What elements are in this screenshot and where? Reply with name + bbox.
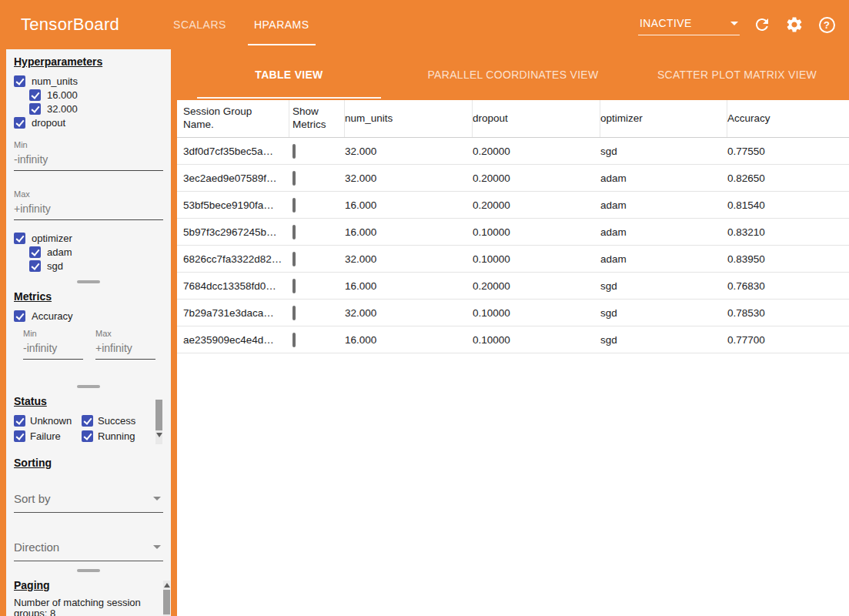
status-running-checkbox[interactable] <box>82 430 93 442</box>
num-units-checkbox[interactable] <box>14 75 25 87</box>
show-metrics-cell <box>289 199 345 211</box>
top-toolbar: TensorBoard SCALARS HPARAMS INACTIVE ? <box>0 0 849 49</box>
table-row: 53bf5bece9190fa… 16.000 0.20000 adam 0.8… <box>177 192 849 219</box>
show-metrics-cell <box>289 334 345 346</box>
num-units-value: 16.000 <box>345 334 473 346</box>
scroll-up-icon[interactable] <box>164 583 170 588</box>
num-units-label: num_units <box>32 75 78 87</box>
show-metrics-checkbox[interactable] <box>292 198 296 213</box>
accuracy-value: 0.78530 <box>727 307 849 319</box>
refresh-button[interactable] <box>752 15 772 35</box>
status-unknown-checkbox[interactable] <box>14 415 25 427</box>
status-scrollbar[interactable] <box>155 400 162 444</box>
show-metrics-checkbox[interactable] <box>292 171 296 186</box>
main-content: TABLE VIEW PARALLEL COORDINATES VIEW SCA… <box>177 49 849 616</box>
dropout-min-input[interactable] <box>14 149 163 171</box>
accuracy-checkbox[interactable] <box>14 310 25 322</box>
scroll-down-icon[interactable] <box>156 433 162 437</box>
optimizer-checkbox[interactable] <box>14 233 25 244</box>
show-metrics-checkbox[interactable] <box>292 333 296 347</box>
sidebar: Hyperparameters num_units 16.000 32.000 … <box>6 49 171 616</box>
show-metrics-cell <box>289 280 345 292</box>
status-title: Status <box>14 395 163 407</box>
tab-scatter-plot-matrix-view[interactable]: SCATTER PLOT MATRIX VIEW <box>625 49 849 100</box>
dropout-max-input[interactable] <box>14 199 163 220</box>
help-icon: ? <box>819 17 835 33</box>
optimizer-sgd-checkbox[interactable] <box>29 260 41 272</box>
direction-dropdown[interactable]: Direction <box>14 541 163 561</box>
accuracy-max-input[interactable] <box>95 338 155 360</box>
dropout-checkbox[interactable] <box>14 117 25 129</box>
status-failure-checkbox[interactable] <box>14 430 25 442</box>
session-group-name: 3ec2aed9e07589f… <box>177 172 289 184</box>
gear-icon <box>785 15 804 34</box>
optimizer-adam-label: adam <box>47 246 72 258</box>
resize-handle-bar <box>77 569 100 572</box>
num-units-value: 16.000 <box>345 226 473 238</box>
dropout-value: 0.10000 <box>473 226 600 238</box>
accuracy-label: Accuracy <box>32 310 72 322</box>
status-option-success: Success <box>82 413 149 427</box>
metrics-section: Metrics Accuracy Min Max <box>6 284 171 384</box>
reload-status-value: INACTIVE <box>640 17 692 29</box>
accuracy-min-input[interactable] <box>23 338 83 360</box>
tab-scalars[interactable]: SCALARS <box>159 0 240 49</box>
table-row: 3df0d7cf35bec5a… 32.000 0.20000 sgd 0.77… <box>177 138 849 165</box>
num-units-16-checkbox[interactable] <box>29 89 41 101</box>
optimizer-value: adam <box>600 172 727 184</box>
show-metrics-checkbox[interactable] <box>292 252 296 266</box>
table-header: Session Group Name. Show Metrics num_uni… <box>177 100 849 138</box>
num-units-value: 32.000 <box>345 146 473 157</box>
paging-scrollbar-thumb[interactable] <box>163 590 170 614</box>
column-header-dropout[interactable]: dropout <box>473 100 600 137</box>
paging-scrollbar[interactable] <box>163 581 170 616</box>
session-group-name: 7b29a731e3daca… <box>177 307 289 319</box>
tab-hparams[interactable]: HPARAMS <box>240 0 323 49</box>
status-success-label: Success <box>98 415 135 427</box>
column-header-num-units[interactable]: num_units <box>345 100 473 137</box>
column-header-session-group-name[interactable]: Session Group Name. <box>177 100 289 137</box>
status-scrollbar-thumb[interactable] <box>155 400 162 430</box>
show-metrics-checkbox[interactable] <box>292 144 296 159</box>
column-header-show-metrics[interactable]: Show Metrics <box>289 100 345 137</box>
accuracy-max-field: Max <box>95 329 155 360</box>
tab-table-view[interactable]: TABLE VIEW <box>177 49 401 100</box>
num-units-32-label: 32.000 <box>47 103 78 115</box>
metrics-title: Metrics <box>14 290 163 303</box>
sorting-title: Sorting <box>14 457 163 469</box>
table-row: 6826cc7fa3322d82… 32.000 0.10000 adam 0.… <box>177 246 849 273</box>
accuracy-value: 0.83210 <box>727 226 849 238</box>
show-metrics-checkbox[interactable] <box>292 306 296 320</box>
dropout-value: 0.10000 <box>473 334 600 346</box>
status-options: Unknown Success Failure Running <box>14 413 163 443</box>
hparam-value-row: 16.000 <box>29 88 163 102</box>
show-metrics-checkbox[interactable] <box>292 225 296 239</box>
dropout-label: dropout <box>32 117 65 129</box>
session-group-name: ae235909ec4e4d… <box>177 334 289 346</box>
view-tabs: TABLE VIEW PARALLEL COORDINATES VIEW SCA… <box>177 49 849 100</box>
help-button[interactable]: ? <box>817 15 837 35</box>
status-failure-label: Failure <box>30 430 61 442</box>
metric-accuracy-row: Accuracy <box>14 309 163 323</box>
num-units-32-checkbox[interactable] <box>29 103 41 115</box>
num-units-16-label: 16.000 <box>47 89 78 101</box>
tab-parallel-coordinates-view[interactable]: PARALLEL COORDINATES VIEW <box>401 49 625 100</box>
hyperparameters-section: Hyperparameters num_units 16.000 32.000 … <box>6 49 171 280</box>
app-title: TensorBoard <box>0 0 119 49</box>
main-nav-tabs: SCALARS HPARAMS <box>159 0 323 49</box>
accuracy-value: 0.76830 <box>727 280 849 292</box>
status-running-label: Running <box>98 430 135 442</box>
column-header-optimizer[interactable]: optimizer <box>600 100 727 137</box>
optimizer-value: sgd <box>600 280 727 292</box>
reload-status-dropdown[interactable]: INACTIVE <box>638 14 740 35</box>
settings-button[interactable] <box>784 15 804 35</box>
table-row: 7b29a731e3daca… 32.000 0.10000 sgd 0.785… <box>177 300 849 326</box>
show-metrics-checkbox[interactable] <box>292 279 296 293</box>
status-success-checkbox[interactable] <box>82 415 93 427</box>
optimizer-adam-checkbox[interactable] <box>29 246 41 258</box>
sort-by-dropdown[interactable]: Sort by <box>14 492 163 513</box>
accuracy-value: 0.82650 <box>727 172 849 184</box>
chevron-down-icon <box>153 497 161 500</box>
table-row: 7684dcc13358fd0… 16.000 0.20000 sgd 0.76… <box>177 273 849 300</box>
column-header-accuracy[interactable]: Accuracy <box>727 100 849 137</box>
